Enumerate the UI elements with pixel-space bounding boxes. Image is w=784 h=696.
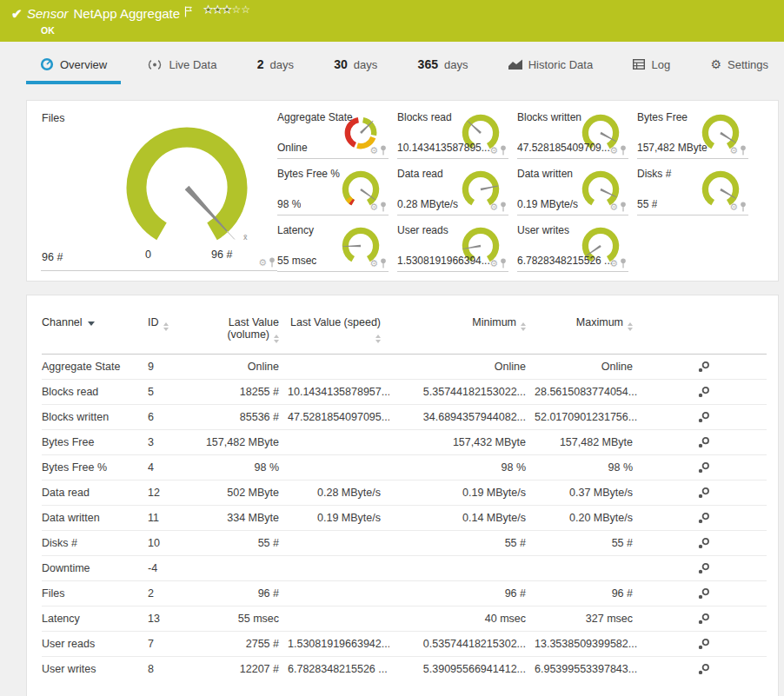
pin-icon[interactable]	[380, 202, 387, 212]
tab-overview[interactable]: Overview	[40, 42, 107, 87]
flag-icon[interactable]	[184, 5, 193, 21]
gauge-tile-bytes-free: Bytes Free 157,482 MByte ⚙	[637, 103, 748, 159]
cell-maximum: 0.37 MByte/s	[535, 481, 641, 506]
gear-icon[interactable]: ⚙	[609, 259, 618, 268]
gauge-icon	[40, 57, 54, 71]
tab-settings[interactable]: ⚙ Settings	[710, 42, 768, 87]
channel-zoom-icon[interactable]	[698, 537, 710, 549]
col-header-last-value-volume[interactable]: Last Value (volume)	[193, 311, 288, 355]
gear-icon[interactable]: ⚙	[489, 259, 498, 268]
channel-value: 98 %	[277, 198, 301, 210]
cell-last-value-speed	[288, 581, 389, 607]
table-row: Disks # 10 55 # 55 # 55 #	[42, 531, 767, 556]
tab-365-days[interactable]: 365 days	[418, 42, 468, 87]
tab-historic-data-label: Historic Data	[528, 58, 593, 71]
gear-icon[interactable]: ⚙	[369, 202, 378, 212]
tab-2-days-number: 2	[257, 57, 264, 71]
cell-maximum: 52.0170901231756...	[535, 405, 641, 430]
cell-maximum: 55 #	[535, 531, 641, 556]
channel-zoom-icon[interactable]	[698, 361, 710, 373]
pin-icon[interactable]	[620, 202, 627, 212]
channel-zoom-icon[interactable]	[698, 411, 710, 423]
channel-label: User reads	[397, 224, 448, 236]
gear-icon[interactable]: ⚙	[489, 202, 498, 212]
gear-icon[interactable]: ⚙	[258, 258, 267, 268]
gauge-scale-min: 0	[145, 249, 151, 261]
tab-365-days-unit: days	[444, 58, 468, 71]
cell-id: 10	[148, 531, 193, 556]
cell-channel: Aggregate State	[42, 355, 148, 380]
gauge-tile-blocks-written: Blocks written 47.528185409709... ⚙	[517, 103, 628, 159]
gear-icon[interactable]: ⚙	[729, 202, 738, 212]
cell-last-value-speed: 0.28 MByte/s	[288, 481, 389, 506]
priority-stars[interactable]: ★★★☆☆	[203, 3, 250, 16]
cell-last-value-speed	[288, 455, 389, 481]
channel-value: 1.5308191966394...	[397, 255, 490, 267]
channel-zoom-icon[interactable]	[698, 461, 710, 474]
broadcast-icon	[147, 59, 163, 70]
col-header-maximum[interactable]: Maximum	[535, 311, 641, 355]
channel-zoom-icon[interactable]	[698, 487, 710, 499]
pin-icon[interactable]	[620, 258, 627, 268]
cell-id: 12	[148, 481, 193, 506]
cell-last-value-speed: 0.19 MByte/s	[288, 506, 389, 531]
cell-last-value-volume: 96 #	[193, 581, 288, 607]
pin-icon[interactable]	[269, 257, 276, 268]
cell-minimum: 34.6894357944082...	[389, 405, 535, 430]
col-header-last-value-speed[interactable]: Last Value (speed)	[288, 311, 389, 355]
pin-icon[interactable]	[500, 258, 507, 268]
tab-30-days[interactable]: 30 days	[334, 42, 377, 87]
pin-icon[interactable]	[500, 145, 507, 156]
pin-icon[interactable]	[740, 202, 747, 212]
table-row: Bytes Free 3 157,482 MByte 157,432 MByte…	[42, 430, 767, 455]
channel-zoom-icon[interactable]	[698, 386, 710, 398]
cell-id: 9	[148, 355, 193, 380]
col-header-actions	[641, 311, 767, 355]
gear-icon[interactable]: ⚙	[489, 146, 498, 156]
channel-label: Disks #	[637, 168, 671, 180]
gauge-tile-data-read: Data read 0.28 MByte/s ⚙	[397, 159, 508, 215]
tab-log[interactable]: Log	[633, 42, 670, 87]
gear-icon[interactable]: ⚙	[609, 146, 618, 156]
cell-maximum: Online	[535, 355, 641, 380]
channel-zoom-icon[interactable]	[698, 638, 710, 650]
stars-empty: ☆☆	[231, 3, 250, 16]
gear-icon[interactable]: ⚙	[369, 146, 378, 156]
col-header-id[interactable]: ID	[148, 311, 193, 355]
pin-icon[interactable]	[380, 145, 387, 156]
channel-zoom-icon[interactable]	[698, 613, 710, 625]
channel-zoom-icon[interactable]	[698, 663, 710, 675]
col-header-channel[interactable]: Channel	[42, 311, 148, 355]
gauge-tile-files: Files 0 96 # x̄ 96 # ⚙	[41, 101, 277, 271]
gauge-tile-data-written: Data written 0.19 MByte/s ⚙	[517, 159, 628, 215]
cell-id: 13	[148, 607, 193, 632]
col-header-minimum[interactable]: Minimum	[389, 311, 535, 355]
pin-icon[interactable]	[740, 145, 747, 156]
channel-zoom-icon[interactable]	[698, 587, 710, 600]
channel-value: Online	[277, 142, 308, 154]
tab-historic-data[interactable]: Historic Data	[508, 42, 593, 87]
pin-icon[interactable]	[620, 145, 627, 156]
pin-icon[interactable]	[500, 202, 507, 212]
cell-minimum: Online	[389, 355, 535, 380]
cell-maximum: 98 %	[535, 455, 641, 481]
channel-value: 55 #	[637, 198, 657, 210]
tab-live-data[interactable]: Live Data	[147, 42, 216, 87]
tab-2-days[interactable]: 2 days	[257, 42, 294, 87]
channel-zoom-icon[interactable]	[698, 512, 710, 524]
gear-icon[interactable]: ⚙	[729, 146, 738, 156]
gauge-tile-aggregate-state: Aggregate State Online ⚙	[277, 103, 389, 159]
channel-label: Bytes Free %	[277, 168, 340, 180]
cell-maximum	[535, 556, 641, 581]
cell-last-value-speed: 1.53081919663942...	[288, 632, 389, 657]
overview-gauges-panel: Files 0 96 # x̄ 96 # ⚙ Aggregate State	[26, 100, 779, 282]
channel-zoom-icon[interactable]	[698, 562, 710, 574]
gear-icon[interactable]: ⚙	[369, 259, 378, 268]
gear-icon[interactable]: ⚙	[609, 202, 618, 212]
cell-maximum: 28.5615083774054...	[535, 380, 641, 405]
files-gauge-value: 96 #	[42, 251, 63, 263]
pin-icon[interactable]	[380, 258, 387, 268]
channel-zoom-icon[interactable]	[698, 436, 710, 448]
sort-icon	[274, 335, 279, 343]
table-row: Bytes Free % 4 98 % 98 % 98 %	[42, 455, 767, 481]
